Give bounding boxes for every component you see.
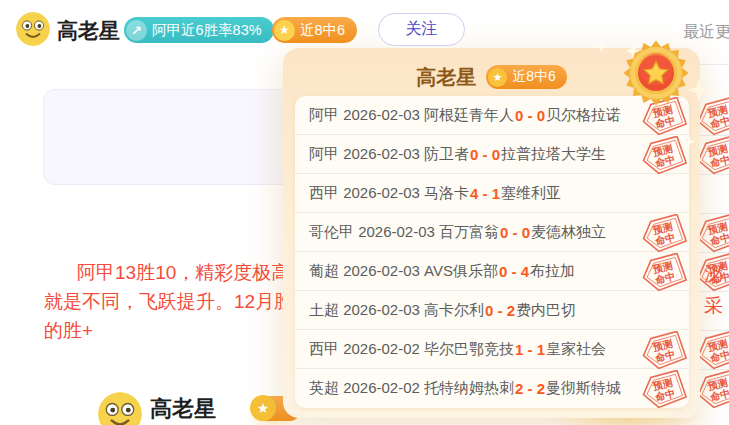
background-divider (700, 252, 729, 253)
background-divider (700, 291, 729, 292)
svg-text:命中: 命中 (653, 388, 676, 403)
prediction-popup: 高老星 ★ 近8中6 阿甲 2026-02-03 阿根廷青年人0 - 0贝尔格 (283, 48, 700, 418)
prediction-hit-stamp-icon: 预测命中 (639, 136, 687, 176)
prediction-hit-stamp-icon: 预测命中 (639, 214, 687, 254)
svg-text:预测: 预测 (706, 143, 729, 158)
svg-text:预测: 预测 (706, 260, 729, 275)
svg-text:命中: 命中 (653, 154, 676, 169)
match-score: 4 - 1 (470, 185, 500, 202)
match-info: 英超 2026-02-02 托特纳姆热刺 (309, 379, 514, 398)
match-score: 0 - 0 (470, 146, 500, 163)
away-team: 拉普拉塔大学生 (501, 145, 606, 164)
star-icon: ★ (274, 20, 295, 41)
star-icon: ★ (488, 68, 507, 87)
background-divider (700, 330, 729, 331)
avatar[interactable] (16, 12, 50, 46)
away-team: 费内巴切 (516, 301, 576, 320)
match-info: 土超 2026-02-03 高卡尔利 (309, 301, 484, 320)
match-info: 阿甲 2026-02-03 阿根廷青年人 (309, 106, 514, 125)
match-score: 0 - 0 (500, 224, 530, 241)
smiley-avatar-icon (16, 12, 50, 46)
svg-text:预测: 预测 (651, 221, 674, 236)
away-team: 皇家社会 (546, 340, 606, 359)
match-score: 0 - 4 (499, 263, 529, 280)
svg-text:预测: 预测 (651, 260, 674, 275)
sparkle-icon (681, 134, 696, 149)
match-row[interactable]: 阿甲 2026-02-03 防卫者0 - 0拉普拉塔大学生预测命中 (295, 135, 689, 174)
sparkle-icon (687, 78, 711, 102)
star-icon: ★ (250, 395, 276, 421)
popup-hit-badge: ★ 近8中6 (486, 65, 567, 89)
username: 高老星 (150, 394, 216, 424)
match-row[interactable]: 西甲 2026-02-03 马洛卡4 - 1塞维利亚 (295, 174, 689, 213)
match-info: 西甲 2026-02-02 毕尔巴鄂竞技 (309, 340, 514, 359)
match-info: 哥伦甲 2026-02-03 百万富翁 (309, 223, 499, 242)
away-team: 布拉加 (530, 262, 575, 281)
away-team: 麦德林独立 (531, 223, 606, 242)
svg-text:命中: 命中 (708, 232, 729, 247)
prediction-hit-stamp-icon: 预测命中 (639, 370, 687, 408)
match-row[interactable]: 哥伦甲 2026-02-03 百万富翁0 - 0麦德林独立预测命中 (295, 213, 689, 252)
win-rate-badge-label: 阿甲近6胜率83% (152, 21, 262, 40)
match-score: 0 - 2 (485, 302, 515, 319)
avatar[interactable] (98, 392, 142, 425)
match-row[interactable]: 英超 2026-02-02 托特纳姆热刺2 - 2曼彻斯特城预测命中 (295, 369, 689, 408)
prediction-hit-stamp-icon: 预测命中 (639, 331, 687, 371)
hit-streak-badge[interactable]: ★ 近8中6 (272, 17, 357, 43)
svg-text:命中: 命中 (653, 349, 676, 364)
svg-text:预测: 预测 (706, 338, 729, 353)
away-team: 贝尔格拉诺 (546, 106, 621, 125)
match-info: 葡超 2026-02-03 AVS俱乐部 (309, 262, 498, 281)
svg-text:命中: 命中 (653, 232, 676, 247)
svg-text:命中: 命中 (708, 349, 729, 364)
svg-text:预测: 预测 (651, 377, 674, 392)
away-team: 塞维利亚 (501, 184, 561, 203)
up-arrow-icon: ↗ (126, 20, 147, 41)
background-divider (700, 135, 729, 136)
away-team: 曼彻斯特城 (546, 379, 621, 398)
match-info: 阿甲 2026-02-03 防卫者 (309, 145, 469, 164)
svg-text:命中: 命中 (708, 154, 729, 169)
svg-text:命中: 命中 (708, 115, 729, 130)
background-divider (700, 213, 729, 214)
match-info: 西甲 2026-02-03 马洛卡 (309, 184, 469, 203)
match-score: 0 - 0 (515, 107, 545, 124)
background-divider (700, 369, 729, 370)
prediction-list: 阿甲 2026-02-03 阿根廷青年人0 - 0贝尔格拉诺预测命中阿甲 202… (295, 96, 689, 408)
svg-text:预测: 预测 (706, 221, 729, 236)
popup-title: 高老星 (416, 64, 476, 91)
svg-text:预测: 预测 (651, 143, 674, 158)
follow-button[interactable]: 关注 (378, 13, 465, 46)
popup-hit-badge-label: 近8中6 (512, 68, 556, 86)
smiley-avatar-icon (98, 392, 142, 425)
username: 高老星 (57, 17, 120, 45)
match-score: 2 - 2 (515, 380, 545, 397)
win-rate-badge[interactable]: ↗ 阿甲近6胜率83% (124, 17, 274, 43)
screen: 阿甲13胜10，精彩度极高 就是不同，飞跃提升。12月胜 的胜+ 泌 采 预测命… (0, 0, 729, 425)
match-row[interactable]: 葡超 2026-02-03 AVS俱乐部0 - 4布拉加预测命中 (295, 252, 689, 291)
top-profile-bar: 高老星 ↗ 阿甲近6胜率83% ★ 近8中6 关注 最近更 (0, 0, 729, 50)
match-row[interactable]: 西甲 2026-02-02 毕尔巴鄂竞技1 - 1皇家社会预测命中 (295, 330, 689, 369)
svg-text:预测: 预测 (706, 104, 729, 119)
svg-text:命中: 命中 (653, 115, 676, 130)
recent-update-label: 最近更 (683, 22, 729, 43)
svg-text:预测: 预测 (651, 104, 674, 119)
background-divider (700, 174, 729, 175)
match-row[interactable]: 土超 2026-02-03 高卡尔利0 - 2费内巴切 (295, 291, 689, 330)
background-divider (700, 64, 729, 65)
svg-text:命中: 命中 (653, 271, 676, 286)
svg-text:命中: 命中 (708, 271, 729, 286)
prediction-hit-stamp-icon: 预测命中 (639, 253, 687, 293)
svg-text:预测: 预测 (651, 338, 674, 353)
hit-streak-badge-label: 近8中6 (300, 21, 345, 40)
match-score: 1 - 1 (515, 341, 545, 358)
